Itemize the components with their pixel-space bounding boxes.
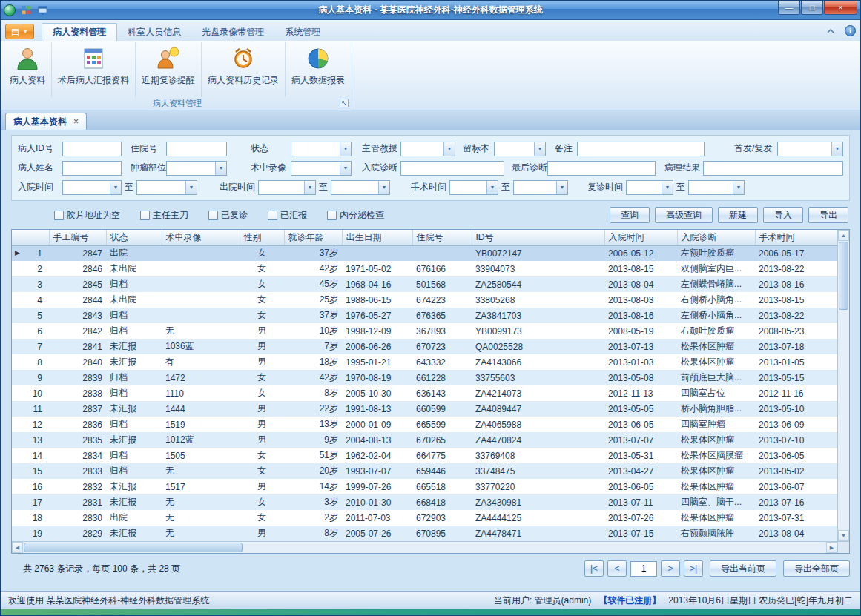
horizontal-scroll-thumb[interactable] [24, 543, 243, 552]
grid-cell[interactable]: 1993-07-07 [342, 463, 412, 479]
grid-cell[interactable]: 25岁 [284, 292, 342, 308]
grid-cell[interactable]: 2844 [49, 292, 106, 308]
grid-cell[interactable]: 右侧桥小脑角... [677, 292, 755, 308]
grid-cell[interactable]: 2岁 [284, 510, 342, 526]
chevron-down-icon[interactable]: ▼ [340, 162, 351, 175]
grid-cell[interactable]: ZA3430981 [472, 494, 604, 510]
remark-input[interactable] [577, 142, 705, 156]
grid-cell[interactable]: 13岁 [284, 417, 342, 432]
specimen-combo[interactable]: ▼ [494, 142, 546, 156]
revisit-time-to-combo[interactable]: ▼ [688, 180, 745, 195]
row-number-cell[interactable]: 5 [12, 308, 49, 323]
grid-cell[interactable]: 2846 [49, 261, 106, 276]
column-header[interactable]: 就诊年龄 [284, 230, 342, 245]
row-number-cell[interactable]: 11 [12, 401, 49, 417]
table-row[interactable]: 102838归档1110女8岁2005-10-30636143ZA4214073… [12, 385, 837, 401]
patient-id-input[interactable] [62, 142, 122, 156]
grid-cell[interactable]: 男 [240, 526, 284, 541]
checkbox-icon[interactable] [140, 211, 150, 220]
grid-cell[interactable]: 松果体区肿瘤 [677, 510, 755, 526]
checkbox-icon[interactable] [54, 211, 64, 220]
grid-cell[interactable]: 松果体区肿瘤 [677, 339, 755, 354]
grid-cell[interactable]: 660599 [412, 401, 472, 417]
table-row[interactable]: 182830出院无女2岁2011-07-03672903ZA4444125201… [12, 510, 837, 526]
grid-cell[interactable]: 2830 [49, 510, 106, 526]
grid-cell[interactable]: 2840 [49, 354, 106, 370]
inpatient-no-input[interactable] [166, 142, 227, 156]
grid-cell[interactable]: 1110 [162, 385, 240, 401]
grid-cell[interactable]: 2013-08-03 [604, 292, 677, 308]
grid-cell[interactable]: 1998-12-09 [342, 323, 412, 339]
grid-cell[interactable]: 未出院 [106, 292, 162, 308]
grid-cell[interactable]: 2837 [49, 401, 106, 417]
grid-cell[interactable]: 33755603 [472, 370, 604, 385]
chevron-down-icon[interactable]: ▼ [304, 181, 315, 194]
grid-cell[interactable]: 归档 [106, 308, 162, 323]
row-number-cell[interactable]: 6 [12, 323, 49, 339]
table-row[interactable]: 72841未汇报1036蓝男7岁2006-06-26670723QA002552… [12, 339, 837, 354]
grid-cell[interactable]: 665518 [412, 479, 472, 494]
grid-cell[interactable]: 女 [240, 308, 284, 323]
grid-cell[interactable]: 674223 [412, 292, 472, 308]
row-number-cell[interactable]: ▶1 [12, 245, 49, 261]
grid-cell[interactable]: 2008-05-19 [604, 323, 677, 339]
table-row[interactable]: 62842归档无男10岁1998-12-09367893YB0099173200… [12, 323, 837, 339]
vertical-scroll-track[interactable] [838, 311, 849, 530]
table-row[interactable]: 172831未汇报无女3岁2010-01-30668418ZA343098120… [12, 494, 837, 510]
tab-patient-basic-info[interactable]: 病人基本资料 × [5, 113, 87, 130]
grid-cell[interactable]: 女 [240, 448, 284, 463]
grid-cell[interactable]: 未汇报 [106, 494, 162, 510]
grid-cell[interactable]: ZA3841703 [472, 308, 604, 323]
query-button[interactable]: 查询 [610, 207, 650, 223]
grid-cell[interactable]: ZA4470824 [472, 432, 604, 448]
grid-cell[interactable]: ZA4478471 [472, 526, 604, 541]
first-page-button[interactable]: |< [584, 560, 604, 577]
chevron-down-icon[interactable]: ▼ [733, 181, 744, 194]
grid-cell[interactable]: 男 [240, 339, 284, 354]
scroll-down-icon[interactable]: ▼ [838, 530, 849, 541]
row-number-cell[interactable]: 12 [12, 417, 49, 432]
vertical-scrollbar[interactable]: ▲ ▼ [837, 230, 849, 541]
horizontal-scroll-track[interactable] [243, 542, 826, 553]
grid-cell[interactable]: 右额颞脑脓肿 [677, 526, 755, 541]
grid-cell[interactable]: 男 [240, 354, 284, 370]
filter-checkbox-3[interactable]: 已复诊 [208, 209, 248, 222]
grid-cell[interactable]: 2829 [49, 526, 106, 541]
grid-cell[interactable]: 归档 [106, 276, 162, 292]
filter-checkbox-1[interactable]: 胶片地址为空 [54, 209, 120, 222]
tumor-site-combo[interactable]: ▼ [166, 161, 227, 176]
grid-cell[interactable]: 归档 [106, 448, 162, 463]
grid-cell[interactable] [162, 261, 240, 276]
admit-time-to-combo[interactable]: ▼ [136, 180, 197, 195]
postop-report-button[interactable]: 术后病人汇报资料 [52, 42, 136, 97]
grid-cell[interactable] [162, 245, 240, 261]
grid-cell[interactable]: 2013-08-04 [604, 276, 677, 292]
grid-cell[interactable]: 2013-01-05 [755, 354, 837, 370]
data-report-button[interactable]: 病人数据报表 [286, 42, 351, 97]
grid-cell[interactable]: 2013-07-26 [604, 510, 677, 526]
chevron-down-icon[interactable]: ▼ [662, 181, 673, 194]
grid-cell[interactable]: 2013-01-03 [604, 354, 677, 370]
grid-cell[interactable]: 2013-08-04 [755, 526, 837, 541]
grid-cell[interactable]: 2005-10-30 [342, 385, 412, 401]
row-number-cell[interactable]: 7 [12, 339, 49, 354]
grid-cell[interactable]: 664775 [412, 448, 472, 463]
grid-cell[interactable]: 1472 [162, 370, 240, 385]
grid-cell[interactable]: 665599 [412, 417, 472, 432]
column-header[interactable]: ID号 [472, 230, 604, 245]
chevron-down-icon[interactable]: ▼ [378, 181, 389, 194]
grid-cell[interactable]: 668418 [412, 494, 472, 510]
chevron-down-icon[interactable]: ▼ [110, 181, 121, 194]
row-number-cell[interactable]: 8 [12, 354, 49, 370]
grid-cell[interactable]: 1976-05-27 [342, 308, 412, 323]
grid-cell[interactable]: 女 [240, 463, 284, 479]
grid-cell[interactable]: 女 [240, 292, 284, 308]
admit-diagnosis-input[interactable] [400, 161, 504, 176]
grid-cell[interactable]: 女 [240, 245, 284, 261]
quick-access-window-icon[interactable] [36, 4, 48, 16]
checkbox-icon[interactable] [268, 211, 277, 220]
prev-page-button[interactable]: < [607, 560, 627, 577]
grid-cell[interactable]: 2013-06-05 [755, 448, 837, 463]
grid-cell[interactable]: 22岁 [284, 401, 342, 417]
grid-cell[interactable]: 1505 [162, 448, 240, 463]
